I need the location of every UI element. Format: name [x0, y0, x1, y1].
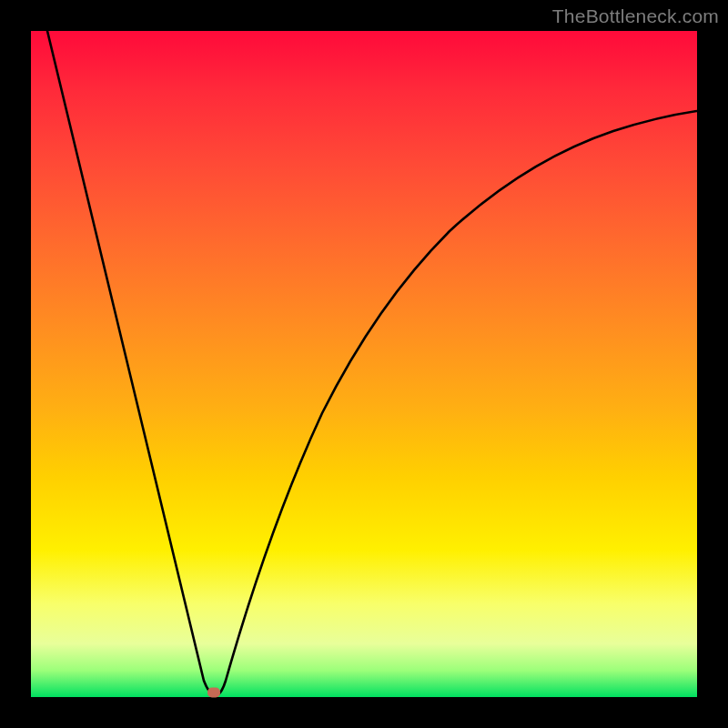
- curve-right-branch: [216, 111, 697, 695]
- bottleneck-curve: [31, 31, 697, 697]
- watermark-text: TheBottleneck.com: [552, 5, 719, 27]
- curve-left-branch: [47, 31, 216, 695]
- chart-frame: TheBottleneck.com: [0, 0, 728, 728]
- plot-area: [31, 31, 697, 697]
- minimum-marker: [207, 688, 220, 698]
